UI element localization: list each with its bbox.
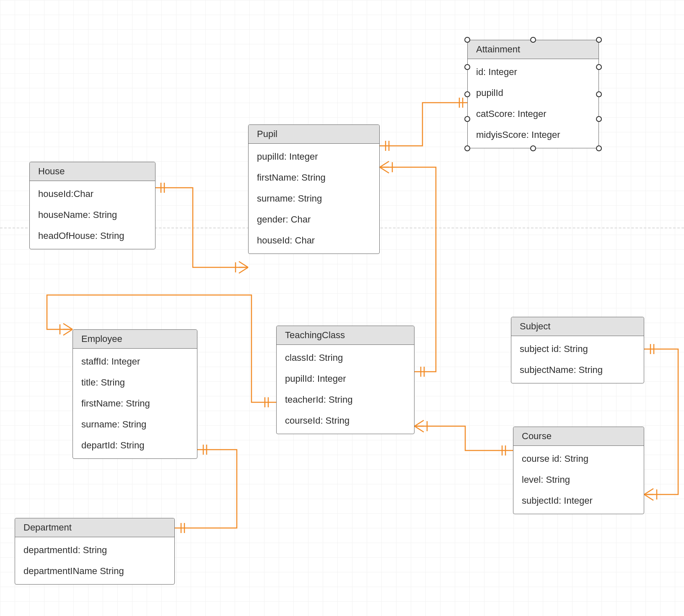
entity-department-body: departmentId: String departmentIName Str…: [15, 537, 174, 584]
selection-handle-icon[interactable]: [530, 37, 536, 43]
entity-teachingclass-body: classId: String pupilId: Integer teacher…: [277, 345, 414, 434]
attr: houseId: Char: [249, 230, 379, 251]
attr: departmentId: String: [15, 540, 174, 561]
attr: pupilId: Integer: [277, 368, 414, 389]
attr: firstName: String: [73, 393, 197, 414]
entity-employee-title: Employee: [73, 330, 197, 349]
selection-handle-icon[interactable]: [464, 145, 470, 151]
entity-attainment[interactable]: Attainment id: Integer pupilId catScore:…: [467, 40, 599, 148]
attr: id: Integer: [468, 62, 598, 83]
selection-handle-icon[interactable]: [464, 37, 470, 43]
selection-handle-icon[interactable]: [464, 91, 470, 97]
attr: houseId:Char: [30, 184, 155, 204]
selection-handle-icon[interactable]: [596, 64, 602, 70]
attr: surname: String: [73, 414, 197, 435]
entity-subject-body: subject id: String subjectName: String: [511, 336, 644, 383]
entity-pupil-title: Pupil: [249, 125, 379, 144]
selection-handle-icon[interactable]: [596, 37, 602, 43]
attr: course id: String: [513, 448, 644, 469]
attr: departId: String: [73, 435, 197, 456]
attr: gender: Char: [249, 209, 379, 230]
attr: subjectName: String: [511, 360, 644, 380]
entity-subject[interactable]: Subject subject id: String subjectName: …: [511, 317, 644, 383]
svg-line-18: [63, 329, 73, 335]
attr: catScore: Integer: [468, 104, 598, 124]
svg-line-2: [239, 261, 248, 267]
attr: pupilId: [468, 83, 598, 104]
attr: subject id: String: [511, 339, 644, 360]
attr: pupilId: Integer: [249, 146, 379, 167]
entity-pupil[interactable]: Pupil pupilId: Integer firstName: String…: [248, 124, 380, 254]
selection-handle-icon[interactable]: [596, 145, 602, 151]
entity-department-title: Department: [15, 518, 174, 537]
selection-handle-icon[interactable]: [596, 116, 602, 122]
attr: classId: String: [277, 347, 414, 368]
entity-house[interactable]: House houseId:Char houseName: String hea…: [29, 162, 155, 249]
entity-course[interactable]: Course course id: String level: String s…: [513, 427, 644, 514]
attr: surname: String: [249, 188, 379, 209]
svg-line-12: [380, 167, 389, 173]
attr: subjectId: Integer: [513, 490, 644, 511]
svg-line-36: [644, 494, 653, 500]
attr: houseName: String: [30, 204, 155, 225]
entity-teachingclass-title: TeachingClass: [277, 326, 414, 345]
entity-employee[interactable]: Employee staffId: Integer title: String …: [73, 329, 197, 459]
entity-attainment-body: id: Integer pupilId catScore: Integer mi…: [468, 59, 598, 148]
selection-handle-icon[interactable]: [464, 116, 470, 122]
attr: teacherId: String: [277, 389, 414, 410]
svg-line-26: [415, 420, 424, 426]
entity-teachingclass[interactable]: TeachingClass classId: String pupilId: I…: [276, 326, 415, 434]
entity-house-body: houseId:Char houseName: String headOfHou…: [30, 181, 155, 249]
attr: courseId: String: [277, 410, 414, 431]
entity-subject-title: Subject: [511, 317, 644, 336]
entity-attainment-title: Attainment: [468, 40, 598, 59]
entity-course-title: Course: [513, 427, 644, 446]
entity-house-title: House: [30, 162, 155, 181]
svg-line-4: [239, 267, 248, 273]
selection-handle-icon[interactable]: [530, 145, 536, 151]
attr: staffId: Integer: [73, 351, 197, 372]
svg-line-16: [63, 324, 73, 329]
attr: headOfHouse: String: [30, 225, 155, 246]
selection-handle-icon[interactable]: [596, 91, 602, 97]
entity-department[interactable]: Department departmentId: String departme…: [15, 518, 175, 585]
svg-line-28: [415, 426, 424, 432]
entity-course-body: course id: String level: String subjectI…: [513, 446, 644, 514]
attr: midyisScore: Integer: [468, 124, 598, 145]
svg-line-34: [644, 489, 653, 494]
svg-line-10: [380, 161, 389, 167]
entity-employee-body: staffId: Integer title: String firstName…: [73, 349, 197, 458]
attr: title: String: [73, 372, 197, 393]
entity-pupil-body: pupilId: Integer firstName: String surna…: [249, 144, 379, 254]
attr: firstName: String: [249, 167, 379, 188]
attr: level: String: [513, 469, 644, 490]
attr: departmentIName String: [15, 561, 174, 582]
